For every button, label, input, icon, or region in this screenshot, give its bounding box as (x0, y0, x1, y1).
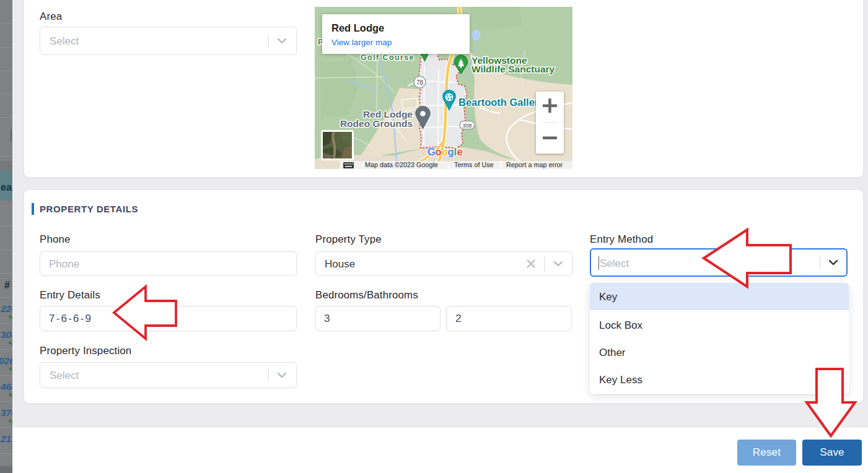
svg-text:78: 78 (416, 79, 424, 86)
svg-text:Golf Course: Golf Course (361, 53, 414, 62)
svg-text:o: o (442, 146, 448, 157)
svg-text:Beartooth Gallery: Beartooth Gallery (458, 97, 545, 108)
svg-text:l: l (454, 146, 457, 157)
svg-text:Terms of Use: Terms of Use (454, 161, 494, 168)
svg-text:Report a map error: Report a map error (506, 161, 563, 168)
svg-text:e: e (457, 146, 463, 157)
svg-text:View larger map: View larger map (331, 38, 392, 47)
svg-text:Rodeo Grounds: Rodeo Grounds (340, 118, 413, 129)
svg-text:o: o (436, 146, 442, 157)
svg-text:Map data ©2023 Google: Map data ©2023 Google (365, 161, 438, 168)
svg-text:G: G (427, 146, 436, 157)
svg-text:Red Lodge: Red Lodge (331, 22, 384, 33)
svg-text:g: g (448, 146, 454, 157)
svg-text:Wildlife Sanctuary: Wildlife Sanctuary (471, 64, 555, 74)
svg-text:308: 308 (462, 123, 471, 129)
